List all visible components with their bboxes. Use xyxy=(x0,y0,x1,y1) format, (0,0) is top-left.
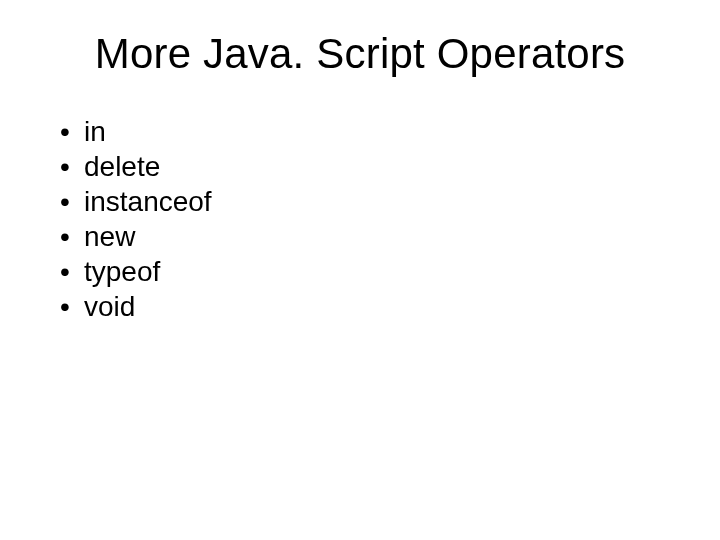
bullet-icon: • xyxy=(60,289,84,324)
bullet-icon: • xyxy=(60,219,84,254)
list-item: • typeof xyxy=(60,254,670,289)
bullet-text: instanceof xyxy=(84,184,212,219)
list-item: • new xyxy=(60,219,670,254)
list-item: • instanceof xyxy=(60,184,670,219)
bullet-icon: • xyxy=(60,149,84,184)
slide-title: More Java. Script Operators xyxy=(50,30,670,78)
bullet-text: void xyxy=(84,289,135,324)
bullet-icon: • xyxy=(60,184,84,219)
bullet-text: new xyxy=(84,219,135,254)
bullet-icon: • xyxy=(60,114,84,149)
list-item: • delete xyxy=(60,149,670,184)
list-item: • void xyxy=(60,289,670,324)
bullet-list: • in • delete • instanceof • new • typeo… xyxy=(50,114,670,324)
bullet-text: typeof xyxy=(84,254,160,289)
bullet-text: delete xyxy=(84,149,160,184)
bullet-icon: • xyxy=(60,254,84,289)
list-item: • in xyxy=(60,114,670,149)
bullet-text: in xyxy=(84,114,106,149)
